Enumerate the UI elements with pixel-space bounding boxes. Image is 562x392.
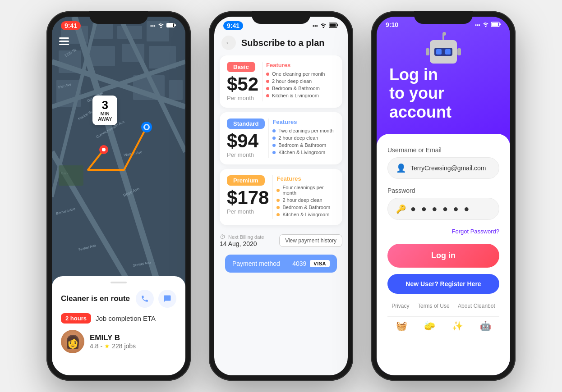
svg-rect-33 (59, 165, 83, 186)
feature-item: Bedroom & Bathroom (276, 205, 335, 210)
bottom-nav: 🧺 🧽 ✨ 🤖 (387, 316, 499, 335)
login-button[interactable]: Log in (387, 244, 499, 268)
battery-icon (166, 23, 176, 29)
svg-rect-15 (169, 80, 183, 100)
phone-map: 9:41 ▪▪▪ (46, 11, 191, 381)
eta-label: AWAY (98, 116, 112, 122)
notch (89, 11, 148, 24)
feature-item: One cleaning per month (266, 71, 335, 77)
tools-icon: 🧽 (424, 320, 435, 331)
plan-price-basic: $52 (227, 75, 258, 94)
feature-item: 2 hour deep clean (266, 78, 335, 84)
broom-icon: 🧺 (396, 320, 407, 331)
svg-point-35 (102, 148, 106, 151)
email-label: Username or Email (387, 146, 499, 154)
map-bottom-card: Cleaner is en route (52, 276, 185, 375)
terms-link[interactable]: Terms of Use (418, 303, 450, 309)
feature-item: Two cleanings per month (272, 128, 335, 133)
cleaner-name: EMILY B (90, 333, 136, 342)
plan-badge-standard: Standard (227, 119, 265, 129)
plan-card-basic[interactable]: Basic $52 Per month Features One cleanin… (220, 55, 342, 108)
notch (414, 11, 473, 24)
privacy-link[interactable]: Privacy (392, 303, 409, 309)
robot-icon (377, 34, 510, 64)
notch (252, 11, 310, 24)
phone-subscription: 9:41 ▪▪▪ ← Subscribe to a plan (209, 11, 353, 381)
login-heading-line1: Log in (389, 65, 498, 84)
plan-badge-basic: Basic (227, 62, 255, 72)
key-icon: 🔑 (396, 204, 406, 214)
plan-price-premium: $178 (227, 188, 269, 207)
password-label: Password (387, 187, 499, 194)
svg-rect-3 (175, 24, 176, 26)
eta-number: 3 (98, 99, 112, 111)
job-eta-text: Job completion ETA (96, 315, 156, 322)
plan-card-premium[interactable]: Premium $178 Per month Features Four cle… (220, 169, 342, 225)
feature-item: Kitchen & Livingroom (266, 93, 335, 98)
drag-handle[interactable] (111, 282, 127, 283)
feature-item: Kitchen & Livingroom (276, 212, 335, 217)
feature-item: Kitchen & Livingroom (272, 150, 335, 155)
card-title: Cleaner is en route (61, 294, 130, 303)
email-input[interactable]: 👤 TerryCrewsing@gmail.com (387, 157, 499, 179)
plan-period-premium: Per month (227, 208, 269, 215)
nav-item-sparkle[interactable]: ✨ (452, 320, 463, 331)
payment-method-bar[interactable]: Payment method 4039 VISA (225, 255, 337, 273)
phone-button[interactable] (136, 290, 154, 308)
status-time-login: 9:10 (386, 21, 398, 28)
features-title-premium: Features (276, 175, 335, 182)
eta-badge: 3 MIN AWAY (92, 96, 117, 125)
signal-icon: ▪▪▪ (313, 23, 318, 28)
password-dots: ● ● ● ● ● ● (410, 204, 470, 214)
clock-icon: ⏱ (220, 233, 226, 240)
feature-item: Four cleanings per month (276, 185, 335, 196)
wifi-icon (157, 23, 165, 29)
subscription-title: Subscribe to a plan (241, 38, 324, 48)
wifi-icon (320, 23, 327, 29)
signal-icon: ▪▪▪ (475, 22, 480, 27)
subscription-header: ← Subscribe to a plan (214, 32, 348, 55)
feature-item: Bedroom & Bathroom (266, 86, 335, 91)
plan-period-basic: Per month (227, 95, 258, 101)
login-heading-line2: to your account (389, 84, 498, 121)
feature-item: 2 hour deep clean (272, 135, 335, 141)
hamburger-icon[interactable] (59, 36, 69, 47)
footer-links: Privacy Terms of Use About Cleanbot (387, 303, 499, 309)
battery-icon (491, 22, 501, 28)
login-heading: Log in to your account (377, 65, 510, 121)
status-icons-sub: ▪▪▪ (313, 23, 339, 29)
plan-price-standard: $94 (227, 132, 265, 150)
svg-point-38 (145, 125, 148, 129)
forgot-password-link[interactable]: Forgot Password? (387, 228, 499, 235)
login-form: Username or Email 👤 TerryCrewsing@gmail.… (377, 134, 510, 375)
feature-item: Bedroom & Bathroom (272, 142, 335, 148)
view-history-button[interactable]: View payment history (279, 234, 342, 247)
email-value: TerryCrewsing@gmail.com (410, 164, 486, 172)
plan-card-standard[interactable]: Standard $94 Per month Features Two clea… (220, 112, 342, 164)
svg-rect-41 (337, 24, 338, 26)
billing-date: 14 Aug, 2020 (220, 240, 264, 247)
password-input[interactable]: 🔑 ● ● ● ● ● ● (387, 198, 499, 220)
subscription-footer: ⏱ Next Billing date 14 Aug, 2020 View pa… (220, 230, 342, 273)
status-time-map: 9:41 (61, 21, 81, 30)
jobs-count: 228 jobs (112, 342, 136, 350)
cleaner-rating: 4.8 - ★ 228 jobs (90, 342, 136, 350)
map-background: 11th St Pier Ave Marine St Ozone Ave Com… (52, 17, 185, 305)
svg-rect-44 (499, 23, 501, 25)
nav-item-broom[interactable]: 🧺 (396, 320, 407, 331)
signal-icon: ▪▪▪ (150, 23, 156, 28)
robot-icon-container (377, 30, 510, 65)
about-link[interactable]: About Cleanbot (458, 303, 495, 309)
svg-rect-43 (492, 23, 498, 26)
nav-item-robot[interactable]: 🤖 (480, 320, 491, 331)
star-icon: ★ (104, 342, 110, 350)
register-button[interactable]: New User? Register Here (387, 274, 499, 294)
plan-badge-premium: Premium (227, 175, 265, 186)
nav-item-tools[interactable]: 🧽 (424, 320, 435, 331)
rating-value: 4.8 (90, 342, 98, 350)
payment-last4: 4039 (292, 260, 306, 267)
payment-method-label: Payment method (232, 260, 280, 267)
plan-period-standard: Per month (227, 151, 265, 158)
message-button[interactable] (158, 290, 176, 308)
back-button[interactable]: ← (221, 36, 236, 50)
